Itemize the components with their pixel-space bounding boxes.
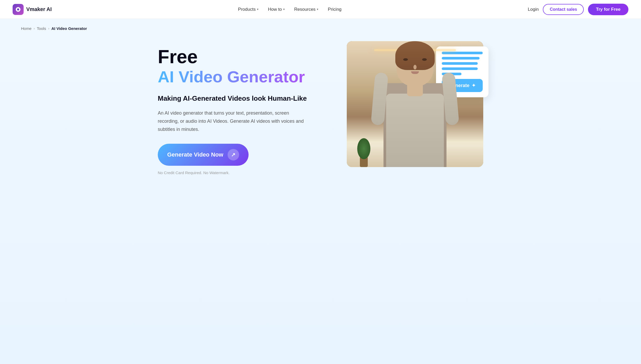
try-for-free-button[interactable]: Try for Free [588,4,628,15]
logo-text: Vmaker AI [26,6,52,12]
logo-icon [13,4,24,15]
leaves [357,138,370,159]
breadcrumb-home[interactable]: Home [21,26,31,31]
logo[interactable]: Vmaker AI [13,4,52,15]
generate-label: Generate Video Now [167,151,223,158]
hero-description: An AI video generator that turns your te… [158,109,305,133]
breadcrumb: Home › Tools › AI Video Generator [0,19,641,31]
hero-visual: Generate ✦ [328,41,483,167]
breadcrumb-current: AI Video Generator [51,26,87,31]
mouth [411,71,419,74]
hero-note: No Credit Card Required. No Watermark. [158,170,313,175]
breadcrumb-sep-2: › [48,26,49,30]
eye-left [403,58,408,61]
breadcrumb-tools[interactable]: Tools [37,26,46,31]
shirt [386,94,444,167]
navbar: Vmaker AI Products ▾ How to ▾ Resources … [0,0,641,19]
nav-links: Products ▾ How to ▾ Resources ▾ Pricing [238,7,341,12]
chevron-down-icon: ▾ [317,8,318,11]
hero-title-free: Free [158,46,313,67]
hero-title-gradient: AI Video Generator [158,67,313,87]
nav-pricing[interactable]: Pricing [328,7,341,12]
person-body [378,52,452,167]
nose [413,65,417,69]
page-wrapper: Vmaker AI Products ▾ How to ▾ Resources … [0,0,641,364]
chevron-down-icon: ▾ [257,8,259,11]
login-button[interactable]: Login [528,7,539,12]
generate-video-button[interactable]: Generate Video Now ↗ [158,144,249,166]
nav-howto[interactable]: How to ▾ [268,7,285,12]
hero-cta: Generate Video Now ↗ No Credit Card Requ… [158,144,313,175]
hero-content: Free AI Video Generator Making AI-Genera… [158,41,313,175]
contact-sales-button[interactable]: Contact sales [543,4,584,15]
breadcrumb-sep-1: › [34,26,35,30]
plant [357,136,370,167]
eye-right [422,58,427,61]
nav-products[interactable]: Products ▾ [238,7,259,12]
nav-actions: Login Contact sales Try for Free [528,4,628,15]
nav-resources[interactable]: Resources ▾ [294,7,318,12]
hero-subtitle: Making AI-Generated Videos look Human-Li… [158,94,313,103]
head [397,44,433,86]
hero-section: Free AI Video Generator Making AI-Genera… [137,31,504,191]
sparkle-icon: ✦ [472,83,476,88]
arrow-icon: ↗ [228,149,239,160]
chevron-down-icon: ▾ [283,8,285,11]
